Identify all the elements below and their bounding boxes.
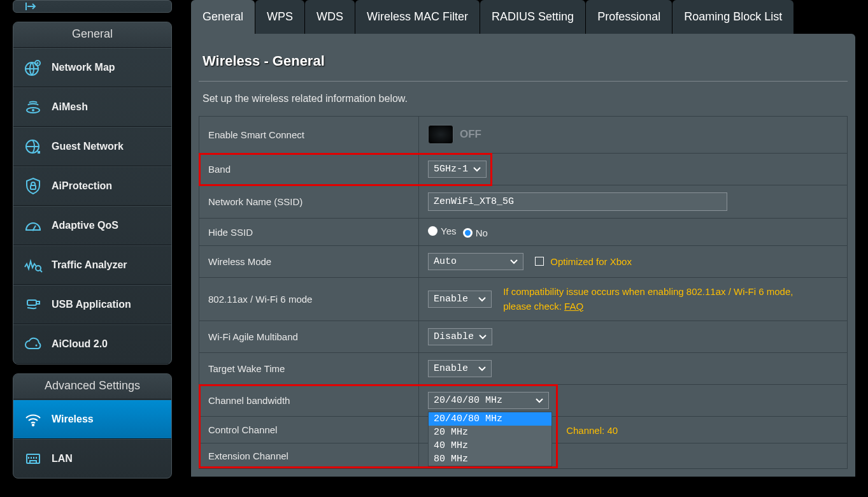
sidebar-item-guest-network[interactable]: Guest Network [13, 127, 171, 166]
sidebar-advanced-group: Advanced Settings Wireless LAN [13, 373, 172, 479]
toggle-smart-connect[interactable]: OFF [428, 124, 481, 145]
row-band: Band 5GHz-1 [199, 154, 848, 185]
svg-point-4 [32, 109, 34, 112]
wifi-icon [24, 410, 43, 429]
tab-professional[interactable]: Professional [586, 0, 672, 34]
input-ssid[interactable] [428, 192, 727, 211]
svg-point-11 [36, 345, 38, 347]
dropdown-option[interactable]: 80 MHz [429, 452, 551, 466]
svg-point-7 [32, 229, 34, 231]
tab-wds[interactable]: WDS [305, 0, 355, 34]
row-hide-ssid: Hide SSID Yes No [199, 219, 848, 246]
sidebar-general-header: General [13, 22, 171, 48]
sidebar-item-label: AiMesh [52, 101, 88, 113]
sidebar-item-usb-application[interactable]: USB Application [13, 285, 171, 324]
svg-point-8 [36, 266, 41, 271]
chevron-down-icon [479, 333, 487, 341]
select-twt[interactable]: Enable [428, 360, 492, 377]
label-hide-ssid: Hide SSID [199, 219, 419, 246]
sidebar-item-wireless[interactable]: Wireless [13, 400, 171, 439]
label-wireless-mode: Wireless Mode [199, 246, 419, 278]
row-wireless-mode: Wireless Mode Auto Optimized for Xbox [199, 246, 848, 278]
sidebar-item-lan[interactable]: LAN [13, 439, 171, 478]
usb-icon [24, 295, 43, 314]
row-agile-multiband: Wi-Fi Agile Multiband Disable [199, 321, 848, 353]
dropdown-channel-bandwidth[interactable]: 20/40/80 MHz 20 MHz 40 MHz 80 MHz [428, 412, 552, 466]
select-band[interactable]: 5GHz-1 [428, 161, 487, 178]
chevron-down-icon [536, 397, 543, 405]
sidebar-item-label: LAN [52, 453, 73, 465]
select-value: 20/40/80 MHz [434, 395, 502, 406]
svg-point-12 [32, 424, 34, 426]
sidebar-item-label: AiProtection [52, 180, 112, 192]
sidebar-item-truncated[interactable] [13, 0, 172, 13]
panel-description: Set up the wireless related information … [199, 93, 848, 116]
globe-arrows-icon [24, 137, 43, 156]
select-wireless-mode[interactable]: Auto [428, 253, 523, 270]
shield-lock-icon [24, 176, 43, 196]
tab-roaming-block[interactable]: Roaming Block List [672, 0, 793, 34]
tab-wps[interactable]: WPS [255, 0, 304, 34]
row-smart-connect: Enable Smart Connect OFF [199, 117, 848, 154]
select-value: Enable [434, 363, 468, 374]
label-cbw: Channel bandwidth [199, 385, 419, 417]
current-channel: Channel: 40 [566, 425, 618, 436]
sidebar: General Network Map AiMesh Guest Network… [13, 0, 178, 497]
label-ax-mode: 802.11ax / Wi-Fi 6 mode [199, 278, 419, 321]
svg-rect-10 [36, 301, 39, 304]
dropdown-option[interactable]: 40 MHz [429, 439, 551, 452]
sidebar-item-traffic-analyzer[interactable]: Traffic Analyzer [13, 245, 171, 285]
select-value: 5GHz-1 [434, 164, 468, 175]
select-channel-bandwidth[interactable]: 20/40/80 MHz [428, 392, 549, 409]
tab-mac-filter[interactable]: Wireless MAC Filter [355, 0, 480, 34]
sidebar-item-adaptive-qos[interactable]: Adaptive QoS [13, 206, 171, 245]
link-faq[interactable]: FAQ [564, 301, 583, 312]
settings-panel: Wireless - General Set up the wireless r… [191, 34, 855, 477]
sidebar-item-label: USB Application [52, 299, 131, 310]
chevron-down-icon [510, 258, 518, 266]
sidebar-item-network-map[interactable]: Network Map [13, 48, 171, 87]
sidebar-item-aimesh[interactable]: AiMesh [13, 87, 171, 127]
sidebar-item-aicloud[interactable]: AiCloud 2.0 [13, 324, 171, 364]
select-value: Auto [434, 256, 457, 267]
select-agile[interactable]: Disable [428, 328, 492, 345]
label-smart-connect: Enable Smart Connect [199, 117, 419, 154]
sidebar-item-label: Traffic Analyzer [52, 259, 127, 271]
tab-radius[interactable]: RADIUS Setting [480, 0, 585, 34]
dropdown-option[interactable]: 20 MHz [429, 426, 551, 439]
cloud-icon [24, 335, 43, 354]
tab-general[interactable]: General [191, 0, 255, 34]
label-ssid: Network Name (SSID) [199, 185, 419, 219]
panel-title: Wireless - General [199, 48, 848, 82]
row-target-wake-time: Target Wake Time Enable [199, 353, 848, 385]
settings-table: Enable Smart Connect OFF Band 5GHz-1 [199, 116, 848, 469]
lan-port-icon [24, 449, 43, 468]
label-twt: Target Wake Time [199, 353, 419, 385]
chevron-down-icon [478, 365, 486, 373]
hint-ax-mode: If compatibility issue occurs when enabl… [503, 285, 822, 313]
select-value: Enable [434, 294, 468, 305]
checkbox-xbox[interactable] [535, 257, 544, 266]
row-ssid: Network Name (SSID) [199, 185, 848, 219]
row-ax-mode: 802.11ax / Wi-Fi 6 mode Enable If compat… [199, 278, 848, 321]
sidebar-item-aiprotection[interactable]: AiProtection [13, 166, 171, 206]
sidebar-advanced-header: Advanced Settings [13, 374, 171, 400]
label-xbox: Optimized for Xbox [550, 256, 632, 267]
radio-hide-ssid-no[interactable]: No [463, 227, 488, 238]
toggle-knob [428, 125, 453, 144]
sidebar-item-label: AiCloud 2.0 [52, 338, 108, 350]
label-control-channel: Control Channel [199, 417, 419, 443]
radio-hide-ssid-yes[interactable]: Yes [428, 226, 456, 236]
chevron-down-icon [473, 166, 481, 173]
sidebar-general-group: General Network Map AiMesh Guest Network… [13, 22, 172, 364]
dropdown-option[interactable]: 20/40/80 MHz [429, 412, 551, 426]
gauge-icon [24, 216, 43, 235]
mesh-icon [24, 97, 43, 117]
tab-bar: General WPS WDS Wireless MAC Filter RADI… [191, 0, 855, 34]
select-value: Disable [434, 331, 474, 342]
select-ax-mode[interactable]: Enable [428, 291, 492, 308]
sidebar-item-label: Wireless [52, 414, 94, 425]
label-agile: Wi-Fi Agile Multiband [199, 321, 419, 353]
main-content: General WPS WDS Wireless MAC Filter RADI… [178, 0, 868, 497]
wave-magnify-icon [24, 256, 43, 275]
